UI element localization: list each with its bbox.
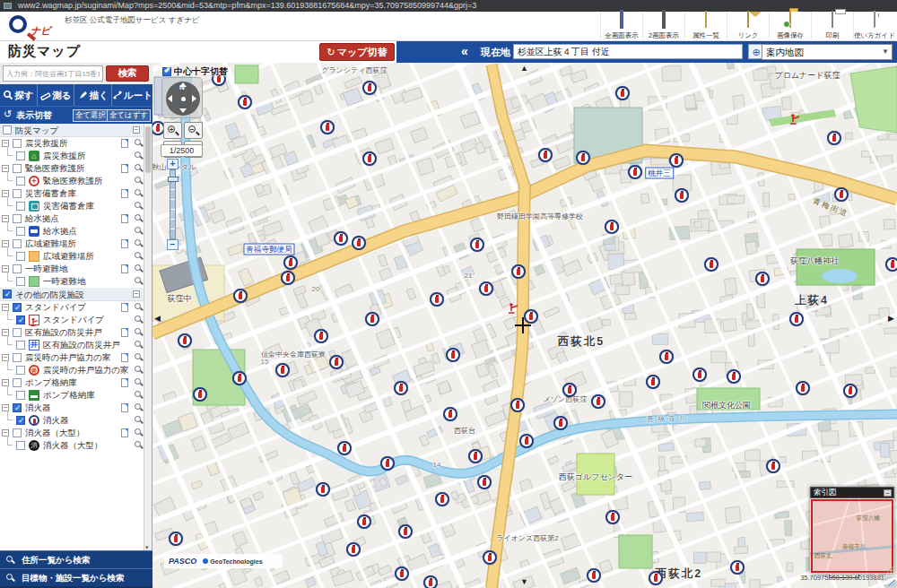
zoom-to-symbol-icon[interactable] [135, 416, 141, 422]
zoom-slider[interactable]: + − [167, 159, 179, 250]
tree-layer-1-5[interactable]: −消火器（大型） [0, 427, 144, 439]
zoom-to-layer-icon[interactable] [135, 214, 141, 220]
zoom-to-layer-icon[interactable] [135, 139, 141, 145]
tree-layer-1-2[interactable]: −震災時の井戸協力の家 [0, 351, 144, 364]
symbol-checkbox[interactable] [16, 366, 25, 375]
zoom-to-layer-icon[interactable] [135, 164, 141, 170]
header-tool-attribute-list[interactable]: 属性一覧 [684, 12, 727, 41]
tree-layer-0-1[interactable]: −緊急医療救護所 [0, 162, 144, 175]
header-tool-print[interactable]: 印刷 [811, 12, 853, 41]
tree-symbol-0-1[interactable]: +緊急医療救護所 [0, 175, 144, 187]
tree-layer-1-0[interactable]: −スタンドパイプ [0, 301, 144, 314]
tree-scrollbar[interactable]: ▾ [144, 124, 152, 551]
address-bar-url[interactable]: www2.wagmap.jp/suginami/Map?mps=2500&mid… [18, 0, 476, 12]
tree-symbol-1-4[interactable]: 消火器 [0, 414, 144, 427]
tree-symbol-1-2[interactable]: 井震災時の井戸協力の家 [0, 364, 144, 376]
search-button[interactable]: 検索 [106, 65, 149, 82]
layer-checkbox[interactable] [13, 303, 22, 312]
layer-checkbox[interactable] [13, 164, 22, 173]
fire-extinguisher-marker[interactable] [283, 255, 298, 270]
fire-extinguisher-marker[interactable] [281, 271, 295, 285]
zoom-to-layer-icon[interactable] [135, 189, 141, 195]
pan-down-arrow[interactable]: ▼ [520, 577, 528, 586]
tree-layer-0-3[interactable]: −給水拠点 [0, 212, 144, 225]
fire-extinguisher-marker[interactable] [395, 566, 409, 581]
fire-extinguisher-marker[interactable] [479, 281, 493, 296]
sidebar-tool-描く[interactable]: 描く [74, 84, 112, 106]
scrollbar-thumb[interactable] [145, 126, 151, 173]
fire-extinguisher-marker[interactable] [337, 441, 352, 455]
header-tool-link[interactable]: リンク [727, 12, 769, 41]
zoom-to-symbol-icon[interactable] [135, 177, 141, 183]
tree-symbol-0-2[interactable]: 災害備蓄倉庫 [0, 200, 144, 212]
fire-extinguisher-marker[interactable] [357, 514, 371, 529]
standpipe-marker[interactable] [788, 113, 801, 125]
zoom-out-button[interactable]: − [184, 122, 203, 139]
fire-extinguisher-marker[interactable] [334, 231, 348, 246]
fire-extinguisher-marker[interactable] [704, 257, 718, 272]
fire-extinguisher-marker[interactable] [232, 371, 247, 385]
collapse-all-icon[interactable]: − [133, 290, 140, 298]
standpipe-marker[interactable] [507, 302, 519, 315]
layer-checkbox[interactable] [13, 189, 22, 198]
header-tool-fullscreen[interactable]: 全画面表示 [600, 12, 642, 41]
sidebar-tool-探す[interactable]: 探す [0, 84, 38, 106]
fire-extinguisher-marker[interactable] [562, 383, 577, 397]
sidebar-tool-測る[interactable]: 測る [38, 84, 75, 106]
deselect-all-button[interactable]: 全てはずす [107, 109, 151, 122]
fire-extinguisher-marker[interactable] [320, 120, 335, 134]
fire-extinguisher-marker[interactable] [435, 492, 449, 506]
fire-extinguisher-marker[interactable] [511, 264, 526, 279]
zoom-to-symbol-icon[interactable] [135, 316, 141, 322]
fire-extinguisher-marker[interactable] [352, 236, 366, 250]
symbol-checkbox[interactable] [16, 177, 25, 186]
fire-extinguisher-marker[interactable] [398, 524, 413, 539]
slider-track[interactable] [170, 169, 176, 239]
fire-extinguisher-marker[interactable] [766, 459, 780, 473]
fire-extinguisher-marker[interactable] [446, 348, 460, 362]
layer-checkbox[interactable] [13, 139, 22, 148]
index-map-extent-box[interactable] [811, 499, 893, 573]
layer-checkbox[interactable] [13, 403, 22, 412]
fire-extinguisher-marker[interactable] [169, 532, 183, 546]
fire-extinguisher-marker[interactable] [430, 292, 444, 307]
tree-layer-1-3[interactable]: −ポンプ格納庫 [0, 376, 144, 389]
center-cross-toggle[interactable]: 中心十字切替 [162, 65, 228, 78]
slider-minus-button[interactable]: − [167, 239, 179, 250]
symbol-checkbox[interactable] [16, 252, 25, 261]
fire-extinguisher-marker[interactable] [885, 257, 897, 272]
symbol-checkbox[interactable] [16, 441, 25, 450]
fire-extinguisher-marker[interactable] [796, 381, 810, 395]
tree-layer-0-4[interactable]: −広域避難場所 [0, 238, 144, 250]
fire-extinguisher-marker[interactable] [423, 575, 438, 588]
metadata-file-icon[interactable] [121, 264, 128, 273]
pan-south-icon[interactable] [179, 108, 187, 113]
basemap-select[interactable]: 案内地図 ▼ [762, 44, 893, 60]
fire-extinguisher-marker[interactable] [477, 475, 492, 489]
symbol-checkbox[interactable] [16, 391, 25, 400]
metadata-file-icon[interactable] [121, 328, 128, 337]
zoom-to-layer-icon[interactable] [135, 303, 141, 309]
current-location-input[interactable] [513, 44, 743, 59]
fire-extinguisher-marker[interactable] [329, 355, 344, 369]
fire-extinguisher-marker[interactable] [365, 312, 379, 326]
fire-extinguisher-marker[interactable] [483, 550, 497, 565]
zoom-to-layer-icon[interactable] [135, 264, 141, 271]
tree-symbol-1-3[interactable]: ポンプ格納庫 [0, 389, 144, 402]
tree-layer-1-4[interactable]: −消火器 [0, 402, 144, 414]
fire-extinguisher-marker[interactable] [669, 153, 684, 168]
zoom-to-symbol-icon[interactable] [135, 252, 141, 258]
symbol-checkbox[interactable] [16, 227, 25, 236]
symbol-checkbox[interactable] [16, 341, 25, 350]
zoom-to-symbol-icon[interactable] [135, 441, 141, 447]
fire-extinguisher-marker[interactable] [827, 131, 841, 145]
pan-right-arrow[interactable]: ▶ [888, 314, 894, 323]
tree-symbol-1-0[interactable]: スタンドパイプ [0, 314, 144, 326]
fire-extinguisher-marker[interactable] [649, 571, 663, 585]
tree-group-0[interactable]: 防災マップ− [0, 124, 144, 137]
pan-up-arrow[interactable]: ▲ [520, 64, 528, 73]
fire-extinguisher-marker[interactable] [755, 272, 770, 286]
fire-extinguisher-marker[interactable] [692, 368, 707, 382]
fire-extinguisher-marker[interactable] [193, 387, 207, 402]
fire-extinguisher-marker[interactable] [659, 350, 674, 364]
